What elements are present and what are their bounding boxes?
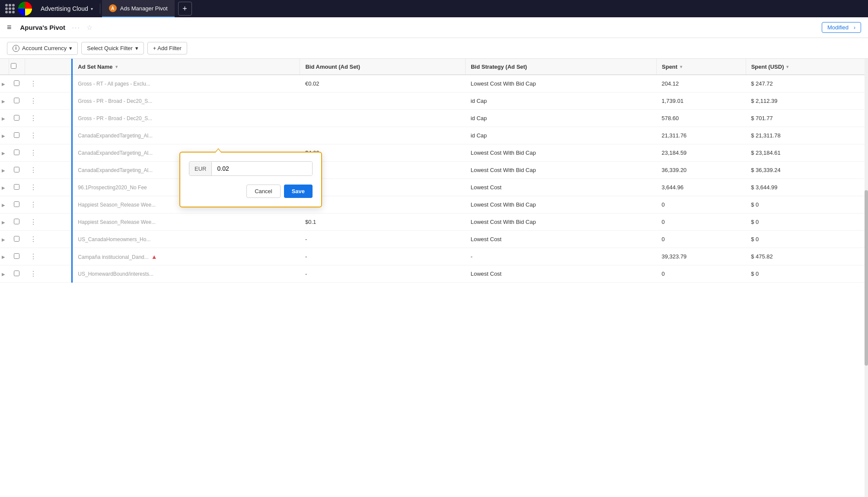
row-expand[interactable]: ▶: [0, 127, 9, 144]
row-checkbox[interactable]: [14, 219, 19, 224]
save-button[interactable]: Save: [284, 185, 313, 198]
expand-row-icon[interactable]: ▶: [2, 99, 5, 104]
row-bid-amount[interactable]: $4.60: [300, 144, 466, 162]
row-checkbox-cell: [9, 75, 25, 92]
row-spent: 0: [657, 265, 746, 283]
row-expand[interactable]: ▶: [0, 248, 9, 265]
row-bid-amount[interactable]: -: [300, 248, 466, 265]
ad-set-name-text: 96.1Prospecting2020_No Fee: [78, 185, 147, 191]
row-context-menu-icon[interactable]: ⋮: [30, 270, 38, 277]
bid-amount-input[interactable]: [212, 162, 312, 175]
vertical-scrollbar[interactable]: [865, 59, 868, 497]
row-bid-strategy: id Cap: [466, 92, 657, 110]
row-expand[interactable]: ▶: [0, 231, 9, 248]
expand-row-icon[interactable]: ▶: [2, 237, 5, 242]
row-spent-usd: $ 0: [746, 213, 868, 231]
row-spent: 0: [657, 213, 746, 231]
row-expand[interactable]: ▶: [0, 265, 9, 283]
th-bid-strategy: Bid Strategy (Ad Set): [466, 59, 657, 75]
row-bid-amount[interactable]: [300, 127, 466, 144]
hamburger-menu-icon[interactable]: ≡: [7, 23, 12, 32]
expand-row-icon[interactable]: ▶: [2, 185, 5, 190]
row-checkbox[interactable]: [14, 253, 19, 259]
row-expand[interactable]: ▶: [0, 144, 9, 162]
row-context-menu-icon[interactable]: ⋮: [30, 149, 38, 156]
quick-filter-select[interactable]: Select Quick Filter ▾: [81, 42, 144, 54]
row-context-menu-icon[interactable]: ⋮: [30, 115, 38, 122]
row-menu-cell: ⋮: [25, 127, 72, 144]
app-grid-icon[interactable]: [5, 4, 15, 13]
row-checkbox[interactable]: [14, 115, 19, 121]
app-name[interactable]: Advertising Cloud ▾: [35, 5, 98, 12]
row-menu-cell: ⋮: [25, 231, 72, 248]
row-context-menu-icon[interactable]: ⋮: [30, 184, 38, 191]
row-checkbox[interactable]: [14, 80, 19, 86]
row-checkbox-cell: [9, 179, 25, 196]
row-spent: 39,323.79: [657, 248, 746, 265]
row-menu-cell: ⋮: [25, 110, 72, 127]
ads-manager-tab[interactable]: A Ads Manager Pivot: [102, 0, 175, 17]
row-bid-amount[interactable]: $0.1: [300, 196, 466, 213]
expand-row-icon[interactable]: ▶: [2, 272, 5, 277]
row-checkbox[interactable]: [14, 167, 19, 172]
row-context-menu-icon[interactable]: ⋮: [30, 218, 38, 226]
row-checkbox[interactable]: [14, 236, 19, 242]
table-row: ▶⋮96.1Prospecting2020_No Fee-Lowest Cost…: [0, 179, 868, 196]
row-context-menu-icon[interactable]: ⋮: [30, 132, 38, 139]
row-expand[interactable]: ▶: [0, 75, 9, 92]
row-spent: 21,311.76: [657, 127, 746, 144]
row-checkbox-cell: [9, 196, 25, 213]
row-bid-amount[interactable]: [300, 110, 466, 127]
row-expand[interactable]: ▶: [0, 110, 9, 127]
row-context-menu-icon[interactable]: ⋮: [30, 80, 38, 87]
row-checkbox[interactable]: [14, 184, 19, 190]
row-bid-amount[interactable]: $0.1: [300, 213, 466, 231]
row-bid-amount[interactable]: €0.02: [300, 75, 466, 92]
favorite-icon[interactable]: ☆: [86, 23, 93, 32]
ad-set-name-text: Campaña institucional_Dand...: [78, 254, 148, 260]
row-checkbox[interactable]: [14, 98, 19, 103]
row-context-menu-icon[interactable]: ⋮: [30, 201, 38, 208]
row-bid-amount[interactable]: $4.50: [300, 162, 466, 179]
scrollbar-thumb[interactable]: [865, 190, 868, 366]
row-checkbox[interactable]: [14, 132, 19, 138]
row-bid-amount[interactable]: -: [300, 265, 466, 283]
row-expand[interactable]: ▶: [0, 162, 9, 179]
account-currency-filter[interactable]: i Account Currency ▾: [7, 42, 78, 55]
select-all-checkbox[interactable]: [11, 63, 16, 69]
row-expand[interactable]: ▶: [0, 92, 9, 110]
add-filter-button[interactable]: + Add Filter: [147, 42, 187, 54]
expand-row-icon[interactable]: ▶: [2, 82, 5, 86]
spent-sort-icon[interactable]: ▾: [680, 64, 682, 69]
popup-input-row: EUR: [189, 161, 313, 176]
expand-row-icon[interactable]: ▶: [2, 255, 5, 259]
modified-badge[interactable]: Modified ›: [822, 22, 861, 33]
expand-row-icon[interactable]: ▶: [2, 168, 5, 173]
row-expand[interactable]: ▶: [0, 179, 9, 196]
warning-icon: ▲: [151, 253, 157, 260]
cancel-button[interactable]: Cancel: [246, 185, 280, 198]
expand-row-icon[interactable]: ▶: [2, 203, 5, 207]
row-context-menu-icon[interactable]: ⋮: [30, 97, 38, 105]
account-currency-chevron-icon: ▾: [69, 45, 72, 51]
ad-set-name-text: US_CanadaHomeowners_Ho...: [78, 236, 150, 242]
row-context-menu-icon[interactable]: ⋮: [30, 236, 38, 243]
spent-usd-sort-icon[interactable]: ▾: [786, 64, 788, 69]
add-tab-button[interactable]: +: [178, 2, 192, 16]
expand-row-icon[interactable]: ▶: [2, 151, 5, 156]
row-checkbox[interactable]: [14, 271, 19, 276]
ad-set-name-sort-icon[interactable]: ▾: [115, 64, 118, 69]
expand-row-icon[interactable]: ▶: [2, 116, 5, 121]
row-context-menu-icon[interactable]: ⋮: [30, 253, 38, 260]
row-bid-amount[interactable]: -: [300, 179, 466, 196]
row-checkbox[interactable]: [14, 201, 19, 207]
row-checkbox[interactable]: [14, 150, 19, 155]
row-bid-amount[interactable]: -: [300, 231, 466, 248]
expand-row-icon[interactable]: ▶: [2, 134, 5, 138]
row-expand[interactable]: ▶: [0, 196, 9, 213]
row-context-menu-icon[interactable]: ⋮: [30, 166, 38, 174]
row-expand[interactable]: ▶: [0, 213, 9, 231]
info-icon: i: [13, 45, 19, 52]
expand-row-icon[interactable]: ▶: [2, 220, 5, 225]
row-bid-amount[interactable]: [300, 92, 466, 110]
